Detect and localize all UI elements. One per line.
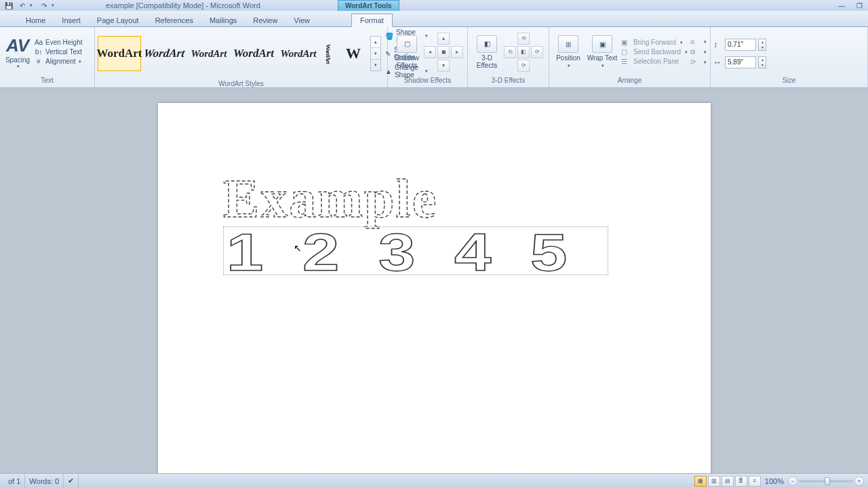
quick-access-toolbar: 💾 ↶ ▾ ↷ ▾ <box>0 1 58 10</box>
chevron-down-icon: ▾ <box>568 63 570 68</box>
3d-tilt-pad: ⟲ ⟲◧⟳ ⟳ <box>503 32 544 73</box>
spacing-button[interactable]: AV Spacing ▾ <box>3 30 33 75</box>
height-spinner[interactable]: ▴▾ <box>758 39 766 51</box>
bring-forward-icon: ▣ <box>621 39 631 46</box>
shadow-toggle-button[interactable]: ◼ <box>437 46 450 58</box>
svg-text:12345: 12345 <box>226 227 606 276</box>
wrap-text-button[interactable]: ▣ Wrap Text ▾ <box>586 30 618 75</box>
group-wordart-styles: WordArt WordArt WordArt WordArt WordArt … <box>95 27 388 87</box>
tab-view[interactable]: View <box>285 14 318 26</box>
group-3d-effects: ◧ 3-D Effects ⟲ ⟲◧⟳ ⟳ 3-D Effects <box>468 27 549 87</box>
position-icon: ⊞ <box>558 35 578 53</box>
group-label-shadow: Shadow Effects <box>388 77 467 87</box>
chevron-down-icon: ▾ <box>79 59 81 64</box>
qat-customize-dropdown[interactable]: ▾ <box>52 3 58 8</box>
tab-review[interactable]: Review <box>245 14 285 26</box>
tab-insert[interactable]: Insert <box>54 14 89 26</box>
chevron-down-icon: ▾ <box>601 63 604 68</box>
chevron-down-icon: ▾ <box>17 64 20 69</box>
tilt-left-button[interactable]: ⟲ <box>504 46 516 58</box>
tab-references[interactable]: References <box>147 14 201 26</box>
draft-view-button[interactable]: ≡ <box>749 476 761 487</box>
3d-toggle-button[interactable]: ◧ <box>517 46 530 58</box>
outline-view-button[interactable]: ≣ <box>735 476 747 487</box>
redo-icon[interactable]: ↷ <box>38 1 50 10</box>
send-backward-button[interactable]: ▢Send Backward▾ <box>621 48 688 56</box>
height-input[interactable]: 0.71" <box>725 39 756 51</box>
tilt-right-button[interactable]: ⟳ <box>531 46 543 58</box>
save-icon[interactable]: 💾 <box>3 1 15 10</box>
3d-effects-button[interactable]: ◧ 3-D Effects <box>471 30 503 75</box>
web-layout-view-button[interactable]: ▤ <box>722 476 734 487</box>
zoom-slider-thumb[interactable] <box>825 477 830 485</box>
nudge-up-button[interactable]: ▴ <box>437 33 450 45</box>
undo-icon[interactable]: ↶ <box>16 1 28 10</box>
group-text: AV Spacing ▾ AaEven Height b↕Vertical Te… <box>0 27 95 87</box>
proofing-button[interactable]: ✔ <box>64 474 79 488</box>
rotate-button[interactable]: ⟳▾ <box>690 58 707 66</box>
restore-icon[interactable]: ❐ <box>853 1 865 9</box>
title-bar: 💾 ↶ ▾ ↷ ▾ example [Compatibility Mode] -… <box>0 0 868 11</box>
style-thumb-3[interactable]: WordArt <box>187 36 231 71</box>
page-indicator[interactable]: of 1 <box>4 474 25 488</box>
group-label-size: Size <box>711 77 867 87</box>
full-screen-view-button[interactable]: ▥ <box>708 476 720 487</box>
alignment-icon: ≡ <box>34 58 43 65</box>
status-bar: of 1 Words: 0 ✔ ▦ ▥ ▤ ≣ ≡ 100% − + <box>0 473 868 488</box>
undo-dropdown[interactable]: ▾ <box>30 3 37 8</box>
shadow-effects-button[interactable]: ▢ Shadow Effects <box>391 30 423 75</box>
vertical-text-button[interactable]: b↕Vertical Text <box>34 48 82 56</box>
wrap-text-icon: ▣ <box>592 35 612 53</box>
tab-page-layout[interactable]: Page Layout <box>89 14 147 26</box>
position-button[interactable]: ⊞ Position ▾ <box>552 30 585 75</box>
tilt-up-button[interactable]: ⟲ <box>517 33 530 45</box>
width-icon: ↔ <box>713 58 723 67</box>
group-shadow-effects: ▢ Shadow Effects ▴ ◂◼▸ ▾ Shadow Effects <box>388 27 468 87</box>
style-thumb-4[interactable]: WordArt <box>232 36 275 71</box>
style-thumb-1[interactable]: WordArt <box>98 36 141 71</box>
group-icon: ⧉ <box>690 48 700 56</box>
contextual-tab-label: WordArt Tools <box>338 0 399 11</box>
style-thumb-2[interactable]: WordArt <box>140 36 188 71</box>
document-area[interactable]: Example 12345 ↖ <box>0 88 868 473</box>
zoom-level[interactable]: 100% <box>765 477 784 485</box>
even-height-button[interactable]: AaEven Height <box>34 39 82 46</box>
rotate-icon: ⟳ <box>690 58 700 66</box>
wordart-12345-selected[interactable]: 12345 <box>223 226 608 275</box>
ribbon-tabs: Home Insert Page Layout References Maili… <box>0 11 868 27</box>
selection-pane-icon: ☰ <box>621 58 631 65</box>
style-thumb-6[interactable]: WordArt <box>321 36 335 71</box>
zoom-in-button[interactable]: + <box>854 476 864 486</box>
nudge-left-button[interactable]: ◂ <box>424 46 436 58</box>
tab-format[interactable]: Format <box>351 14 393 27</box>
gallery-more-button[interactable]: ▴▾▾ <box>370 36 381 71</box>
minimize-icon[interactable]: — <box>835 1 848 9</box>
group-label-3d: 3-D Effects <box>468 77 549 87</box>
document-page[interactable]: Example 12345 ↖ <box>158 103 711 473</box>
align-button[interactable]: ⧈▾ <box>690 38 707 46</box>
spacing-label: Spacing <box>5 56 30 64</box>
tab-mailings[interactable]: Mailings <box>201 14 245 26</box>
tilt-down-button[interactable]: ⟳ <box>517 60 530 72</box>
nudge-down-button[interactable]: ▾ <box>437 60 450 72</box>
zoom-out-button[interactable]: − <box>788 476 797 486</box>
even-height-icon: Aa <box>34 39 43 46</box>
shadow-nudge-pad: ▴ ◂◼▸ ▾ <box>423 32 464 73</box>
alignment-button[interactable]: ≡Alignment▾ <box>34 58 82 65</box>
send-backward-icon: ▢ <box>621 48 631 56</box>
selection-pane-button[interactable]: ☰Selection Pane <box>621 58 688 65</box>
width-input[interactable]: 5.89" <box>725 56 756 68</box>
style-thumb-7[interactable]: W <box>336 36 369 71</box>
style-thumb-5[interactable]: WordArt <box>277 36 320 71</box>
print-layout-view-button[interactable]: ▦ <box>694 476 707 487</box>
group-button[interactable]: ⧉▾ <box>690 48 707 56</box>
window-title: example [Compatibility Mode] - Microsoft… <box>106 1 260 9</box>
group-arrange: ⊞ Position ▾ ▣ Wrap Text ▾ ▣Bring Forwar… <box>549 27 711 87</box>
tab-home[interactable]: Home <box>18 14 54 26</box>
nudge-right-button[interactable]: ▸ <box>451 46 463 58</box>
word-count[interactable]: Words: 0 <box>25 474 64 488</box>
zoom-slider[interactable] <box>799 480 853 483</box>
width-spinner[interactable]: ▴▾ <box>758 56 766 68</box>
cube-icon: ◧ <box>477 35 497 53</box>
bring-forward-button[interactable]: ▣Bring Forward▾ <box>621 39 688 46</box>
